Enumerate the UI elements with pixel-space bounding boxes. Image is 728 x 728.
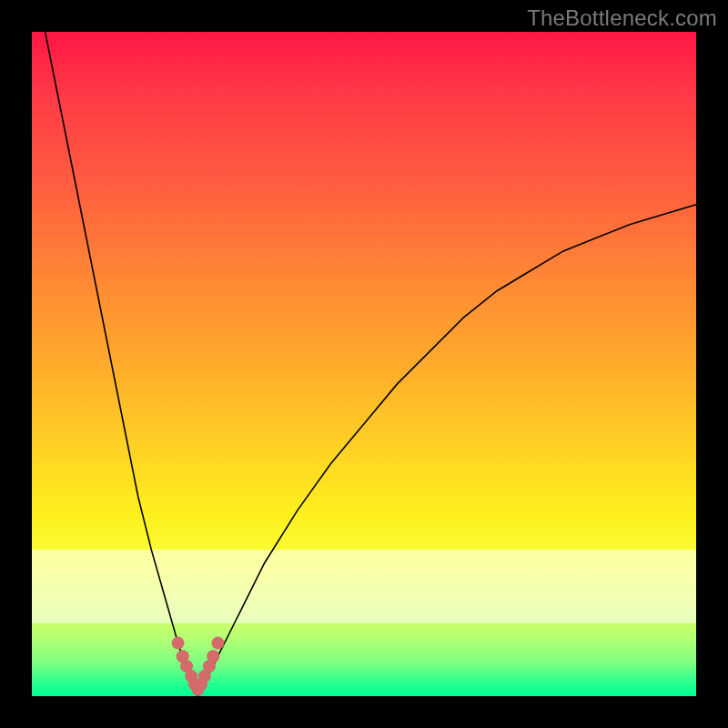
right-branch-curve — [198, 205, 697, 696]
watermark-text: TheBottleneck.com — [527, 5, 717, 31]
highlight-dot — [211, 637, 224, 650]
minimum-marker-dots — [172, 637, 225, 696]
highlight-dot — [207, 650, 219, 662]
plot-area — [32, 32, 696, 696]
curve-layer — [32, 32, 696, 696]
highlight-dot — [172, 637, 185, 650]
left-branch-curve — [32, 32, 198, 696]
chart-container: TheBottleneck.com — [0, 0, 728, 728]
